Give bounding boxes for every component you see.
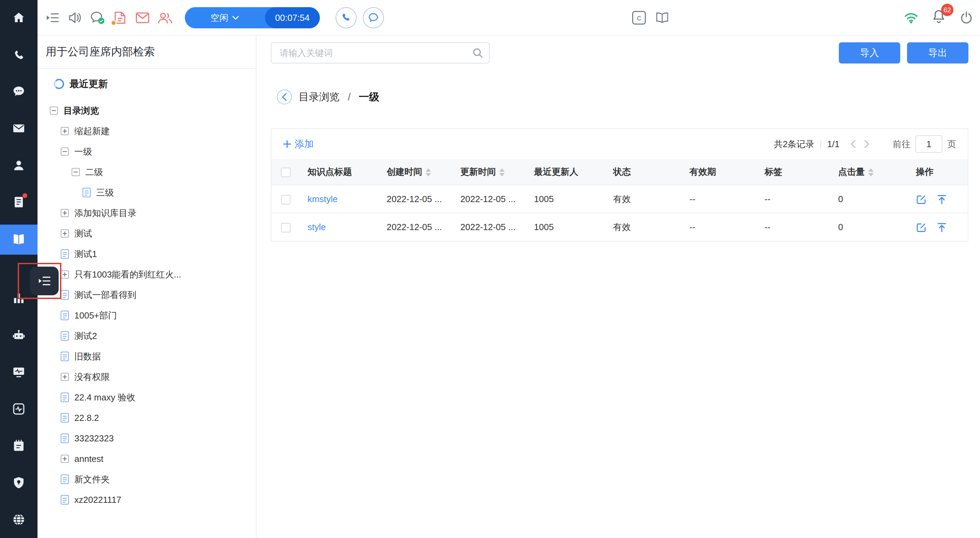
tree-item-label: 1005+部门: [74, 310, 117, 322]
plus-square-icon[interactable]: [61, 209, 69, 217]
tree-item[interactable]: 一级: [38, 141, 256, 162]
edit-icon[interactable]: [916, 194, 927, 205]
tree-item[interactable]: 22.4 maxy 验收: [38, 387, 256, 408]
tree-item[interactable]: 添加知识库目录: [38, 203, 256, 223]
tree-item[interactable]: 三级: [38, 182, 256, 203]
nav-chat[interactable]: [0, 77, 38, 107]
document-icon[interactable]: [61, 393, 69, 402]
plus-square-icon[interactable]: [61, 373, 69, 381]
document-icon[interactable]: [61, 434, 69, 443]
back-button[interactable]: [277, 89, 292, 104]
security-icon: [12, 476, 25, 490]
document-icon[interactable]: [61, 351, 69, 361]
sort-created-control[interactable]: [426, 168, 431, 177]
tree-item[interactable]: 没有权限: [38, 367, 256, 387]
nav-contacts[interactable]: [0, 150, 38, 180]
minus-square-icon[interactable]: [50, 107, 58, 115]
plus-square-icon[interactable]: [61, 455, 69, 463]
tree-item[interactable]: 新文件夹: [38, 469, 256, 490]
contacts-icon: [12, 158, 25, 172]
wifi-icon[interactable]: [903, 10, 919, 26]
monitor-icon: [12, 365, 25, 379]
plus-square-icon[interactable]: [61, 127, 69, 135]
nav-home[interactable]: [0, 3, 38, 33]
message-button[interactable]: [363, 7, 384, 28]
minus-square-icon[interactable]: [61, 147, 69, 156]
power-icon[interactable]: [958, 10, 975, 26]
document-icon[interactable]: [61, 290, 69, 300]
sort-clicks-control[interactable]: [868, 168, 873, 177]
row-checkbox[interactable]: [281, 195, 291, 204]
search-icon[interactable]: [472, 47, 484, 61]
minus-square-icon[interactable]: [72, 168, 80, 176]
agent-status-pill[interactable]: 空闲 00:07:54: [185, 7, 320, 28]
export-button[interactable]: 导出: [907, 42, 969, 64]
nav-network[interactable]: [0, 504, 38, 535]
tree-item[interactable]: 只有1003能看的到红红火...: [38, 264, 256, 285]
table-toolbar: 添加 共2条记录 1/1 前往 页: [271, 129, 968, 159]
tree-item[interactable]: 测试: [38, 223, 256, 244]
search-input[interactable]: [271, 42, 490, 64]
pin-top-icon[interactable]: [936, 222, 947, 233]
nav-knowledge-base[interactable]: [0, 225, 38, 255]
document-icon[interactable]: [61, 331, 69, 341]
row-checkbox[interactable]: [281, 223, 291, 233]
panel-collapse-toggle[interactable]: [30, 267, 59, 295]
tree-item[interactable]: anntest: [38, 449, 256, 469]
import-button[interactable]: 导入: [839, 42, 900, 64]
tree-item[interactable]: 1005+部门: [38, 305, 256, 326]
tree-item[interactable]: 缩起新建: [38, 121, 256, 141]
tree-item[interactable]: 二级: [38, 162, 256, 182]
nav-phone[interactable]: [0, 40, 38, 70]
sort-updated-control[interactable]: [499, 168, 505, 177]
breadcrumb-parent[interactable]: 目录浏览: [299, 90, 340, 104]
recent-updates-item[interactable]: 最近更新: [38, 69, 256, 99]
collapse-menu-icon[interactable]: [45, 10, 61, 26]
select-all-checkbox[interactable]: [281, 168, 291, 177]
tree-item[interactable]: 22.8.2: [38, 408, 256, 428]
plus-square-icon[interactable]: [61, 270, 69, 279]
nav-tasks[interactable]: [0, 187, 38, 217]
call-button[interactable]: [336, 7, 357, 28]
document-icon[interactable]: [61, 495, 69, 504]
add-button[interactable]: 添加: [283, 137, 314, 150]
notifications-button[interactable]: 62: [932, 9, 946, 26]
tree-item[interactable]: 目录浏览: [38, 101, 256, 121]
reading-book-icon[interactable]: [654, 10, 670, 26]
prev-page-button[interactable]: [846, 137, 860, 151]
volume-icon[interactable]: [67, 10, 83, 26]
nav-notes[interactable]: [0, 431, 38, 461]
goto-page-input[interactable]: [915, 135, 942, 153]
document-icon[interactable]: [61, 249, 69, 259]
c-box-icon[interactable]: c: [632, 11, 646, 25]
document-icon[interactable]: [61, 413, 69, 423]
tree-item[interactable]: 测试1: [38, 244, 256, 264]
pin-top-icon[interactable]: [936, 194, 947, 205]
tree-item[interactable]: 测试2: [38, 326, 256, 346]
notification-badge: 62: [941, 4, 953, 16]
nav-security[interactable]: [0, 468, 38, 498]
nav-robot[interactable]: [0, 320, 38, 350]
knowledge-title-link[interactable]: kmstyle: [307, 194, 337, 204]
knowledge-title-link[interactable]: style: [307, 222, 326, 232]
tree-item[interactable]: xz20221117: [38, 490, 256, 510]
agent-status[interactable]: 空闲: [185, 12, 265, 24]
next-page-button[interactable]: [860, 137, 873, 151]
actions-cell: [910, 213, 968, 241]
file-alert-icon[interactable]: [112, 10, 128, 26]
tree-item[interactable]: 测试一部看得到: [38, 285, 256, 305]
edit-icon[interactable]: [916, 222, 927, 233]
mail-unread-icon[interactable]: [134, 10, 151, 26]
document-icon[interactable]: [61, 474, 69, 484]
nav-mail[interactable]: [0, 113, 38, 144]
nav-health[interactable]: [0, 394, 38, 424]
document-icon[interactable]: [61, 311, 69, 320]
plus-square-icon[interactable]: [61, 229, 69, 238]
team-icon[interactable]: [157, 10, 173, 26]
nav-monitor[interactable]: [0, 357, 38, 387]
tree-item[interactable]: 33232323: [38, 428, 256, 449]
clicks-cell: 0: [833, 185, 910, 213]
tree-item[interactable]: 旧数据: [38, 346, 256, 367]
document-icon[interactable]: [83, 188, 91, 197]
chat-verified-icon[interactable]: [89, 10, 106, 26]
